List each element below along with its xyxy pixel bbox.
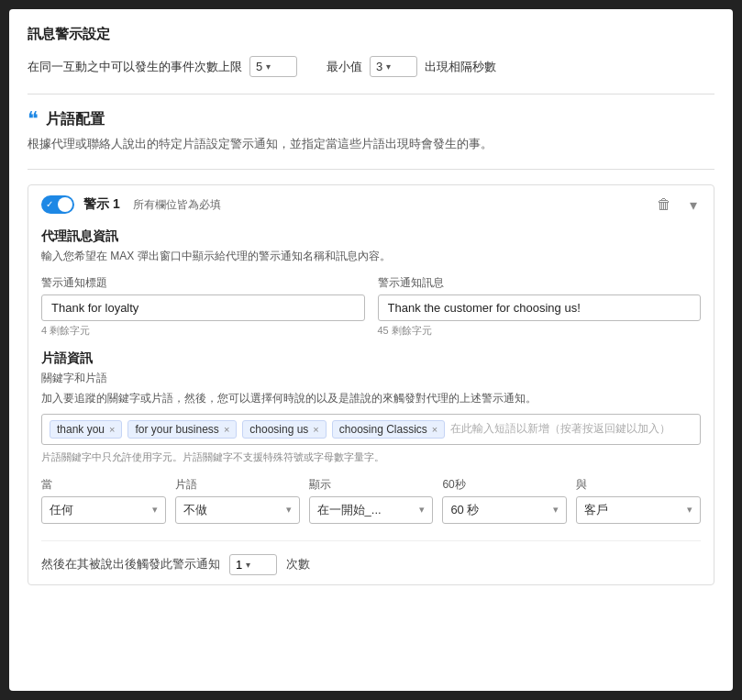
opt-phrase-chevron-icon: ▾ <box>286 504 292 516</box>
tag-choosing-classics-text: choosing Classics <box>339 423 427 436</box>
footer-count-chevron-icon: ▾ <box>246 560 250 570</box>
opt-display: 顯示 在一開始_... ▾ <box>309 477 434 524</box>
tag-choosing-classics-close[interactable]: × <box>432 424 437 435</box>
toggle-check-icon: ✓ <box>46 199 53 209</box>
footer-count-select[interactable]: 1 ▾ <box>229 554 277 575</box>
notification-title-input[interactable] <box>41 294 365 321</box>
opt-seconds: 60秒 60 秒 ▾ <box>442 477 567 524</box>
opt-with-select[interactable]: 客戶 ▾ <box>576 496 701 524</box>
phrase-info-title: 片語資訊 <box>41 350 701 367</box>
opt-phrase-value: 不做 <box>183 502 207 518</box>
opt-when-select[interactable]: 任何 ▾ <box>41 496 166 524</box>
opt-display-chevron-icon: ▾ <box>419 504 425 516</box>
tag-choosing-us: choosing us × <box>242 420 326 439</box>
notification-msg-label: 警示通知訊息 <box>378 275 702 291</box>
min-label: 最小值 <box>327 59 362 75</box>
alert-bar: ✓ 警示 1 所有欄位皆為必填 🗑 ▾ 代理訊息資訊 輸入您希望在 MAX 彈出… <box>28 184 714 585</box>
tag-thank-you: thank you × <box>50 420 122 439</box>
opt-display-select[interactable]: 在一開始_... ▾ <box>309 496 434 524</box>
notification-title-chars: 4 剩餘字元 <box>41 324 365 338</box>
min-chevron-icon: ▾ <box>386 61 391 72</box>
event-limit-row: 在同一互動之中可以發生的事件次數上限 5 ▾ 最小值 3 ▾ 出現相隔秒數 <box>28 56 714 77</box>
main-panel: 訊息警示設定 在同一互動之中可以發生的事件次數上限 5 ▾ 最小值 3 ▾ 出現… <box>9 9 733 691</box>
opt-when-label: 當 <box>41 477 166 493</box>
phrase-note: 片語關鍵字中只允許使用字元。片語關鍵字不支援特殊符號或字母數字量字。 <box>41 450 701 464</box>
interval-label: 出現相隔秒數 <box>425 59 496 75</box>
alert-label: 警示 1 <box>83 196 120 213</box>
alert-toggle[interactable]: ✓ <box>41 195 74 214</box>
opt-phrase: 片語 不做 ▾ <box>175 477 300 524</box>
opt-when: 當 任何 ▾ <box>41 477 166 524</box>
phrase-header: ❝ 片語配置 <box>28 109 714 129</box>
notification-msg-input[interactable] <box>378 294 702 321</box>
tag-for-your-business-close[interactable]: × <box>224 424 229 435</box>
opt-seconds-chevron-icon: ▾ <box>553 504 559 516</box>
notification-title-field: 警示通知標題 4 剩餘字元 <box>41 275 365 338</box>
opt-display-label: 顯示 <box>309 477 434 493</box>
quote-icon: ❝ <box>28 109 39 129</box>
min-value: 3 <box>376 60 382 73</box>
opt-seconds-select[interactable]: 60 秒 ▾ <box>442 496 567 524</box>
tag-for-your-business-text: for your business <box>135 423 218 436</box>
phrase-title: 片語配置 <box>46 110 105 129</box>
event-limit-select[interactable]: 5 ▾ <box>249 56 297 77</box>
tag-choosing-classics: choosing Classics × <box>332 420 445 439</box>
tag-thank-you-close[interactable]: × <box>109 424 115 435</box>
tags-row[interactable]: thank you × for your business × choosing… <box>41 414 701 445</box>
divider-2 <box>28 169 714 170</box>
tag-choosing-us-close[interactable]: × <box>313 424 318 435</box>
alert-actions: 🗑 ▾ <box>653 194 701 216</box>
footer-count-value: 1 <box>236 558 242 572</box>
tag-input-placeholder: 在此輸入短語以新增（按著按返回鍵以加入） <box>450 421 692 437</box>
tag-for-your-business: for your business × <box>127 420 237 439</box>
opt-phrase-label: 片語 <box>175 477 300 493</box>
notification-msg-chars: 45 剩餘字元 <box>378 324 702 338</box>
agent-info-title: 代理訊息資訊 <box>41 228 701 245</box>
divider-1 <box>28 94 714 94</box>
keyword-desc: 加入要追蹤的關鍵字或片語，然後，您可以選擇何時說的以及是誰說的來觸發對代理的上述… <box>41 390 701 406</box>
form-grid: 警示通知標題 4 剩餘字元 警示通知訊息 45 剩餘字元 <box>41 275 701 338</box>
alert-header: ✓ 警示 1 所有欄位皆為必填 🗑 ▾ <box>41 194 701 216</box>
notification-msg-field: 警示通知訊息 45 剩餘字元 <box>378 275 702 338</box>
opt-with-value: 客戶 <box>584 502 608 518</box>
agent-info-desc: 輸入您希望在 MAX 彈出窗口中顯示給代理的警示通知名稱和訊息內容。 <box>41 249 701 264</box>
opt-with-chevron-icon: ▾ <box>687 504 692 516</box>
opt-when-value: 任何 <box>50 502 73 518</box>
footer-label: 然後在其被說出後觸發此警示通知 <box>41 556 220 572</box>
footer-count-label: 次數 <box>286 556 310 572</box>
page-title: 訊息警示設定 <box>28 26 714 43</box>
notification-title-label: 警示通知標題 <box>41 275 365 291</box>
event-limit-value: 5 <box>256 60 262 73</box>
opt-display-value: 在一開始_... <box>317 502 382 518</box>
opt-when-chevron-icon: ▾ <box>152 504 158 516</box>
tag-thank-you-text: thank you <box>57 423 105 436</box>
phrase-desc: 根據代理或聯絡人說出的特定片語設定警示通知，並指定當這些片語出現時會發生的事。 <box>28 135 714 154</box>
opt-with-label: 與 <box>576 477 701 493</box>
footer-row: 然後在其被說出後觸發此警示通知 1 ▾ 次數 <box>41 540 701 575</box>
expand-button[interactable]: ▾ <box>686 194 701 216</box>
opt-seconds-value: 60 秒 <box>450 502 479 518</box>
keyword-label: 關鍵字和片語 <box>41 371 701 386</box>
opt-with: 與 客戶 ▾ <box>576 477 701 524</box>
delete-button[interactable]: 🗑 <box>653 194 675 215</box>
options-grid: 當 任何 ▾ 片語 不做 ▾ 顯示 在一開始_... ▾ <box>41 477 701 524</box>
opt-seconds-label: 60秒 <box>442 477 567 493</box>
alert-sublabel: 所有欄位皆為必填 <box>133 197 221 213</box>
opt-phrase-select[interactable]: 不做 ▾ <box>175 496 300 524</box>
min-value-select[interactable]: 3 ▾ <box>370 56 417 77</box>
event-limit-label: 在同一互動之中可以發生的事件次數上限 <box>28 59 242 75</box>
tag-choosing-us-text: choosing us <box>249 423 308 436</box>
event-limit-chevron-icon: ▾ <box>266 61 271 72</box>
